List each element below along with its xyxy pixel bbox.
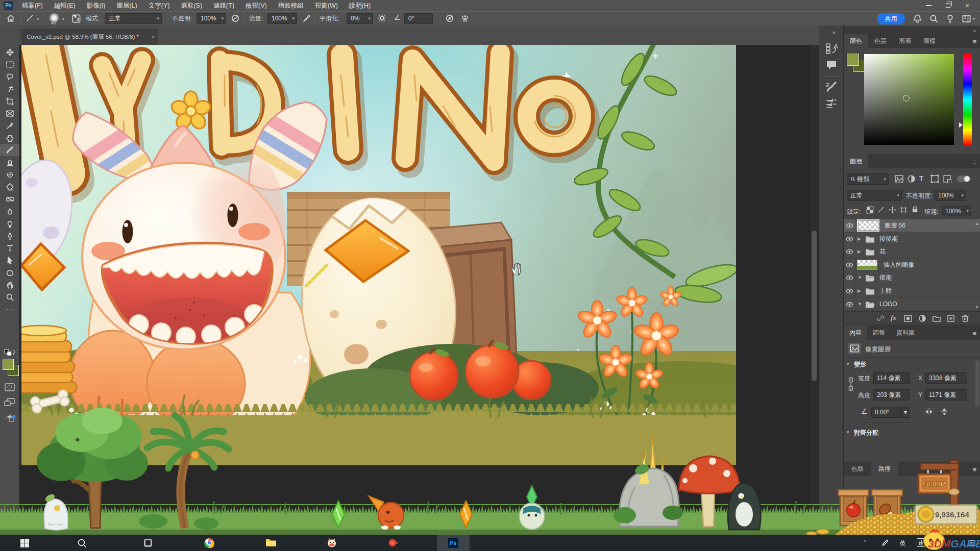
layer-row-7[interactable]: ▼LOGO bbox=[844, 298, 980, 311]
layer-row-6[interactable]: ▶主體 bbox=[844, 285, 980, 297]
lock-pixels-icon[interactable] bbox=[877, 206, 885, 214]
tab-color[interactable]: 顏色 bbox=[844, 34, 868, 48]
lock-artboard-icon[interactable] bbox=[900, 206, 908, 214]
tab-libraries[interactable]: 資料庫 bbox=[891, 325, 920, 340]
hue-slider-arrow[interactable] bbox=[959, 122, 963, 128]
smoothing-gear-icon[interactable] bbox=[378, 14, 386, 22]
flip-horizontal-icon[interactable] bbox=[924, 408, 934, 416]
quick-mask-icon[interactable] bbox=[5, 383, 15, 391]
scrollbar-thumb[interactable] bbox=[812, 231, 817, 381]
mode-select[interactable]: 正常▾ bbox=[105, 13, 162, 24]
tool-smudge[interactable] bbox=[0, 205, 19, 217]
home-icon[interactable] bbox=[6, 14, 15, 23]
tab-gradients[interactable]: 漸層 bbox=[893, 34, 917, 48]
hue-slider[interactable] bbox=[963, 54, 972, 145]
layers-panel-menu-icon[interactable]: ≡ bbox=[972, 158, 976, 166]
tool-more[interactable] bbox=[0, 303, 19, 315]
layer-visibility-icon[interactable] bbox=[844, 285, 855, 297]
layer-expand-arrow[interactable]: ▶ bbox=[857, 245, 861, 258]
symmetry-icon[interactable] bbox=[460, 14, 470, 23]
workspace-icon[interactable] bbox=[962, 14, 971, 23]
smoothing-select[interactable]: 0%▾ bbox=[347, 13, 373, 24]
tool-history-brush[interactable] bbox=[0, 168, 19, 181]
airbrush-icon[interactable] bbox=[302, 14, 311, 23]
foreground-color-swatch[interactable] bbox=[3, 359, 14, 370]
tool-dodge[interactable] bbox=[0, 217, 19, 230]
menu-3[interactable]: 圖層(L) bbox=[111, 0, 142, 11]
lock-all-icon[interactable] bbox=[911, 206, 919, 213]
tool-clone-stamp[interactable] bbox=[0, 156, 19, 168]
color-panel-menu-icon[interactable]: ≡ bbox=[972, 38, 976, 45]
chrome-icon[interactable] bbox=[198, 535, 220, 551]
brush-panel-toggle-icon[interactable] bbox=[71, 14, 81, 23]
tray-lang-indicator[interactable]: 英 bbox=[899, 539, 906, 548]
brush-preset-chevron[interactable]: ▾ bbox=[62, 17, 64, 21]
pressure-opacity-icon[interactable] bbox=[231, 14, 240, 23]
file-explorer-icon[interactable] bbox=[259, 535, 282, 551]
width-input[interactable]: 114 像素 bbox=[873, 372, 910, 384]
menu-7[interactable]: 檢視(V) bbox=[240, 0, 273, 11]
layer-row-3[interactable]: ▶花 bbox=[844, 245, 980, 258]
filter-shape-icon[interactable] bbox=[930, 174, 939, 183]
tray-expand-chevron[interactable]: ⌃ bbox=[863, 539, 867, 546]
opacity-select[interactable]: 100%▾ bbox=[197, 13, 226, 24]
game-app-icon[interactable] bbox=[321, 535, 343, 551]
tab-channels[interactable]: 色版 bbox=[844, 462, 871, 476]
link-layers-icon[interactable] bbox=[876, 314, 885, 322]
tool-healing-brush[interactable] bbox=[0, 132, 19, 144]
layer-thumbnail[interactable] bbox=[858, 220, 878, 231]
brush-tool-icon[interactable] bbox=[26, 14, 35, 23]
x-input[interactable]: 3338 像素 bbox=[925, 372, 967, 384]
tab-layers[interactable]: 圖層 bbox=[844, 154, 868, 168]
menu-4[interactable]: 文字(Y) bbox=[143, 0, 176, 11]
panel-foreground-swatch[interactable] bbox=[847, 54, 859, 66]
add-adjustment-icon[interactable] bbox=[918, 314, 926, 322]
flip-vertical-icon[interactable] bbox=[940, 408, 949, 416]
layer-effects-icon[interactable]: fx bbox=[891, 314, 896, 322]
layer-visibility-icon[interactable] bbox=[844, 298, 855, 311]
menu-1[interactable]: 編輯(E) bbox=[48, 0, 81, 11]
bell-icon[interactable] bbox=[913, 14, 922, 23]
start-button[interactable] bbox=[13, 535, 36, 551]
tab-close-icon[interactable]: × bbox=[151, 29, 155, 45]
delete-layer-icon[interactable] bbox=[961, 314, 969, 322]
layer-filter-select[interactable]: 種類▾ bbox=[847, 173, 889, 185]
discover-icon[interactable] bbox=[945, 14, 955, 23]
tool-brush[interactable] bbox=[0, 144, 19, 156]
tab-adjustments[interactable]: 調整 bbox=[867, 325, 891, 340]
layer-row-1[interactable]: 圖層 56 bbox=[844, 219, 980, 232]
comments-panel-icon[interactable] bbox=[825, 59, 838, 71]
tool-shape[interactable] bbox=[0, 266, 19, 279]
layer-row-5[interactable]: ▼後期 bbox=[844, 271, 980, 284]
menu-10[interactable]: 說明(H) bbox=[344, 0, 376, 11]
tool-hand[interactable] bbox=[0, 279, 19, 291]
brush-settings-panel-icon[interactable] bbox=[825, 81, 838, 93]
angle-input[interactable]: 0° bbox=[404, 13, 433, 24]
new-group-icon[interactable] bbox=[933, 314, 941, 322]
pressure-size-icon[interactable] bbox=[445, 14, 454, 23]
history-panel-icon[interactable] bbox=[825, 42, 838, 55]
menu-2[interactable]: 影像(I) bbox=[81, 0, 111, 11]
taskbar-search-icon[interactable] bbox=[70, 535, 93, 551]
constrain-link-icon[interactable] bbox=[848, 377, 854, 392]
filter-smart-object-icon[interactable] bbox=[943, 174, 951, 183]
canvas-artwork[interactable] bbox=[21, 45, 736, 465]
tool-gradient[interactable] bbox=[0, 193, 19, 205]
tab-paths[interactable]: 路徑 bbox=[871, 462, 898, 476]
filter-type-icon[interactable]: T bbox=[919, 174, 923, 182]
menu-5[interactable]: 選取(S) bbox=[175, 0, 208, 11]
flow-select[interactable]: 100%▾ bbox=[267, 13, 297, 24]
layer-expand-arrow[interactable]: ▶ bbox=[857, 285, 861, 297]
vertical-scrollbar[interactable] bbox=[811, 45, 818, 535]
tool-frame[interactable] bbox=[0, 107, 19, 119]
recorder-app-icon[interactable] bbox=[382, 535, 404, 551]
filter-toggle[interactable] bbox=[957, 176, 970, 182]
tool-move[interactable] bbox=[0, 46, 19, 58]
workspace-chevron[interactable]: ▾ bbox=[973, 16, 975, 21]
menu-6[interactable]: 濾鏡(T) bbox=[208, 0, 240, 11]
tool-eraser[interactable] bbox=[0, 181, 19, 193]
layer-row-2[interactable]: ▶後後期 bbox=[844, 233, 980, 245]
collapse-panels-icon[interactable]: « bbox=[832, 29, 836, 35]
angle-select-chevron[interactable]: ▾ bbox=[901, 407, 910, 418]
tool-pen[interactable] bbox=[0, 230, 19, 242]
